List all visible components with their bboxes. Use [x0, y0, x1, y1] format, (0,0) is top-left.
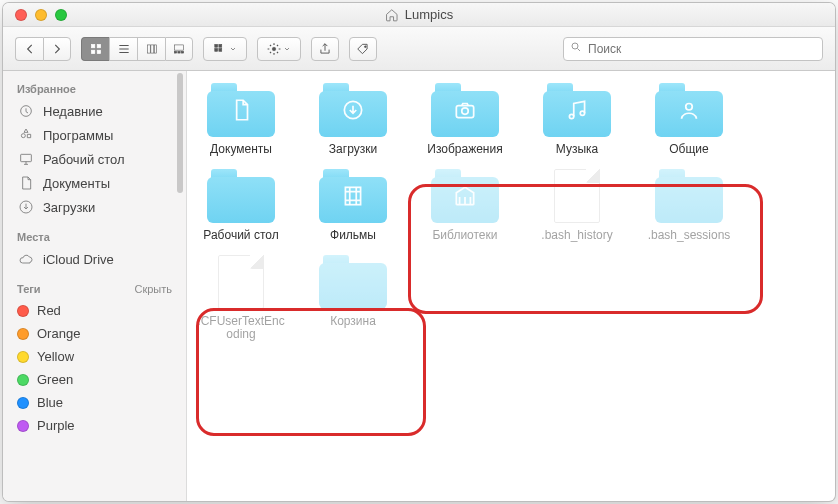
tag-dot-icon	[17, 351, 29, 363]
sidebar-section-tags: Теги Скрыть	[3, 279, 186, 299]
tag-dot-icon	[17, 328, 29, 340]
titlebar: Lumpics	[3, 3, 835, 27]
traffic-lights	[3, 9, 67, 21]
sidebar-tag-purple[interactable]: Purple	[3, 414, 186, 437]
tag-dot-icon	[17, 420, 29, 432]
folder-icon	[655, 169, 723, 223]
file-icon	[554, 169, 600, 223]
gallery-view-button[interactable]	[165, 37, 193, 61]
sidebar-item-label: Программы	[43, 128, 113, 143]
sidebar-item-downloads[interactable]: Загрузки	[3, 195, 186, 219]
svg-rect-5	[150, 44, 153, 52]
folder-item[interactable]: Музыка	[531, 83, 623, 157]
svg-rect-13	[215, 48, 218, 51]
sidebar-tag-yellow[interactable]: Yellow	[3, 345, 186, 368]
sidebar-item-label: Blue	[37, 395, 63, 410]
folder-icon	[319, 255, 387, 309]
sidebar-section-favorites: Избранное	[3, 79, 186, 99]
file-item[interactable]: .bash_history	[531, 169, 623, 243]
documents-icon	[17, 175, 35, 191]
folder-item[interactable]: Общие	[643, 83, 735, 157]
svg-point-25	[580, 111, 584, 115]
folder-icon	[655, 83, 723, 137]
sidebar-tags-hide-button[interactable]: Скрыть	[134, 283, 172, 295]
search-icon	[570, 41, 582, 56]
item-label: Библиотеки	[432, 229, 497, 243]
svg-point-16	[364, 45, 366, 47]
folder-icon	[543, 83, 611, 137]
list-view-button[interactable]	[109, 37, 137, 61]
folder-item[interactable]: Документы	[195, 83, 287, 157]
item-label: .bash_history	[541, 229, 612, 243]
svg-point-15	[272, 47, 276, 51]
folder-item[interactable]: Библиотеки	[419, 169, 511, 243]
arrange-button-group	[203, 37, 247, 61]
nav-forward-button[interactable]	[43, 37, 71, 61]
file-item[interactable]: .CFUserTextEncoding	[195, 255, 287, 343]
folder-item[interactable]: Корзина	[307, 255, 399, 343]
sidebar-item-icloud[interactable]: iCloud Drive	[3, 247, 186, 271]
downloads-icon	[17, 199, 35, 215]
sidebar-item-desktop[interactable]: Рабочий стол	[3, 147, 186, 171]
sidebar-tag-blue[interactable]: Blue	[3, 391, 186, 414]
item-label: Рабочий стол	[203, 229, 278, 243]
sidebar-section-locations: Места	[3, 227, 186, 247]
sidebar-tag-green[interactable]: Green	[3, 368, 186, 391]
sidebar-section-title: Теги	[17, 283, 41, 295]
tags-button-group	[349, 37, 377, 61]
sidebar-scrollbar-thumb[interactable]	[177, 73, 183, 193]
sidebar-section-title: Избранное	[17, 83, 76, 95]
sidebar-item-label: Red	[37, 303, 61, 318]
item-label: Документы	[210, 143, 272, 157]
search-input[interactable]	[588, 42, 816, 56]
svg-rect-2	[91, 50, 95, 54]
sidebar-item-applications[interactable]: Программы	[3, 123, 186, 147]
sidebar-section-title: Места	[17, 231, 50, 243]
action-menu-button[interactable]	[257, 37, 301, 61]
column-view-button[interactable]	[137, 37, 165, 61]
svg-rect-9	[178, 51, 180, 53]
svg-rect-11	[215, 44, 218, 47]
folder-item[interactable]: Фильмы	[307, 169, 399, 243]
maximize-window-button[interactable]	[55, 9, 67, 21]
sidebar-item-label: Рабочий стол	[43, 152, 125, 167]
nav-back-button[interactable]	[15, 37, 43, 61]
desktop-icon	[17, 151, 35, 167]
icon-view-button[interactable]	[81, 37, 109, 61]
minimize-window-button[interactable]	[35, 9, 47, 21]
sidebar-item-label: iCloud Drive	[43, 252, 114, 267]
folder-icon	[207, 169, 275, 223]
close-window-button[interactable]	[15, 9, 27, 21]
finder-window: Lumpics	[3, 3, 835, 501]
edit-tags-button[interactable]	[349, 37, 377, 61]
folder-icon	[319, 169, 387, 223]
svg-rect-12	[219, 44, 222, 47]
sidebar-item-recents[interactable]: Недавние	[3, 99, 186, 123]
svg-rect-0	[91, 44, 95, 48]
folder-item[interactable]: .bash_sessions	[643, 169, 735, 243]
sidebar: Избранное Недавние Программы Рабочий сто…	[3, 71, 187, 501]
sidebar-tag-red[interactable]: Red	[3, 299, 186, 322]
sidebar-tag-orange[interactable]: Orange	[3, 322, 186, 345]
svg-rect-6	[154, 44, 156, 52]
window-title: Lumpics	[385, 7, 453, 22]
svg-rect-27	[345, 187, 360, 204]
sidebar-item-label: Недавние	[43, 104, 103, 119]
item-label: Общие	[669, 143, 708, 157]
content-area[interactable]: ДокументыЗагрузкиИзображенияМузыкаОбщиеР…	[187, 71, 835, 501]
sidebar-item-label: Purple	[37, 418, 75, 433]
share-button[interactable]	[311, 37, 339, 61]
tag-dot-icon	[17, 374, 29, 386]
arrange-button[interactable]	[203, 37, 247, 61]
folder-item[interactable]: Изображения	[419, 83, 511, 157]
svg-rect-7	[174, 44, 183, 49]
folder-icon	[319, 83, 387, 137]
window-title-text: Lumpics	[405, 7, 453, 22]
folder-icon	[431, 169, 499, 223]
item-label: .bash_sessions	[648, 229, 731, 243]
search-box[interactable]	[563, 37, 823, 61]
svg-point-23	[462, 108, 469, 115]
folder-item[interactable]: Рабочий стол	[195, 169, 287, 243]
folder-item[interactable]: Загрузки	[307, 83, 399, 157]
sidebar-item-documents[interactable]: Документы	[3, 171, 186, 195]
